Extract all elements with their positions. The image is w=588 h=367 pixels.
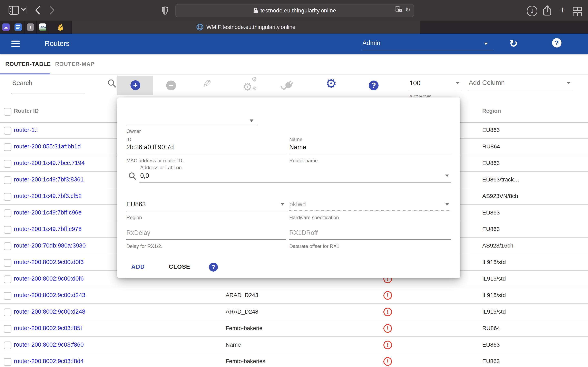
pinned-tab-docs[interactable] (12, 21, 25, 34)
new-tab-button[interactable]: + (558, 4, 567, 15)
add-button[interactable]: ADD (131, 263, 145, 270)
close-button[interactable]: CLOSE (169, 263, 190, 270)
row-checkbox[interactable] (4, 309, 11, 316)
rows-per-page-select[interactable]: 100 (409, 76, 461, 91)
active-browser-tab[interactable]: WMIF:testnode.eu.thingularity.online (72, 21, 420, 34)
privacy-shield-icon[interactable] (161, 6, 169, 15)
pinned-tab-info[interactable]: I (25, 21, 37, 34)
warning-icon[interactable]: ! (383, 357, 392, 366)
row-checkbox[interactable] (4, 127, 11, 134)
chevron-down-icon (456, 82, 459, 84)
back-button[interactable] (33, 5, 43, 15)
row-checkbox[interactable] (4, 275, 11, 283)
add-router-button[interactable]: + (117, 76, 153, 95)
downloads-button[interactable]: ↓ (527, 6, 537, 16)
search-input[interactable]: Search (12, 79, 32, 87)
id-field-input[interactable]: 2b:26:a0:ff:90:7d (126, 143, 174, 151)
edit-pencil-icon[interactable]: ✎ (203, 78, 212, 90)
chevron-down-icon[interactable] (445, 175, 449, 177)
router-id-link[interactable]: router-200:1c49:7bf3:8361 (14, 172, 84, 187)
chevron-down-icon[interactable] (250, 119, 253, 122)
row-checkbox[interactable] (4, 226, 11, 234)
tab-router-map[interactable]: ROUTER-MAP (55, 54, 95, 74)
row-checkbox[interactable] (4, 143, 11, 151)
add-column-label: Add Column (469, 79, 505, 86)
row-checkbox[interactable] (4, 209, 11, 217)
row-checkbox[interactable] (4, 242, 11, 250)
id-field-underline (126, 154, 286, 154)
router-id-link[interactable]: router-1:: (14, 122, 38, 138)
reload-icon[interactable]: ↻ (405, 6, 410, 13)
chevron-down-icon[interactable] (445, 203, 449, 206)
table-row: router-200:8002:9c00:d243 ARAD_D243 ! IL… (0, 287, 588, 304)
pinned-tab-icloud[interactable]: ☁ (0, 21, 12, 34)
name-field-input[interactable]: Name (289, 143, 306, 151)
address-field-underline (139, 183, 451, 183)
row-checkbox[interactable] (4, 176, 11, 184)
address-bar[interactable]: testnode.eu.thingularity.online A文 ↻ (175, 4, 414, 17)
router-id-link[interactable]: router-200:8002:9c00:d243 (14, 287, 85, 303)
router-region-cell: EU863 (482, 205, 500, 220)
warning-icon[interactable]: ! (383, 324, 392, 333)
router-id-link[interactable]: router-200:8002:9c00:d248 (14, 304, 85, 319)
pinned-tab-firebase[interactable] (49, 21, 72, 34)
pinned-tab-usda[interactable]: USDA (37, 21, 49, 34)
translate-icon[interactable]: A文 (395, 6, 402, 13)
tab-overview-button[interactable] (573, 7, 581, 16)
router-id-link[interactable]: router-200:1c49:7bcc:7194 (14, 155, 85, 171)
rx1droff-field-input[interactable]: RX1DRoff (289, 229, 318, 236)
router-id-link[interactable]: router-200:70db:980a:3930 (14, 238, 86, 253)
router-region-cell: EU863 (482, 337, 500, 352)
account-select[interactable]: Admin (362, 38, 493, 50)
warning-icon[interactable]: ! (383, 341, 392, 349)
row-checkbox[interactable] (4, 292, 11, 300)
router-id-link[interactable]: router-200:1c49:7bf3:cf52 (14, 188, 82, 204)
router-id-link[interactable]: router-200:8002:9c03:f860 (14, 337, 84, 352)
row-checkbox[interactable] (4, 358, 11, 366)
router-region-cell: EU863 (482, 122, 500, 138)
toolbar-help-button[interactable]: ? (369, 81, 379, 90)
share-button[interactable] (543, 5, 552, 16)
region-select-value[interactable]: EU863 (126, 201, 146, 208)
warning-icon[interactable]: ! (383, 291, 392, 300)
router-id-link[interactable]: router-200:1c49:7bff:c978 (14, 221, 82, 237)
warning-icon[interactable]: ! (383, 308, 392, 316)
region-select-label: Region (126, 215, 142, 220)
row-checkbox[interactable] (4, 342, 11, 349)
chevron-down-icon[interactable] (281, 203, 285, 206)
remove-router-button[interactable]: − (166, 81, 176, 90)
row-checkbox[interactable] (4, 259, 11, 267)
row-checkbox[interactable] (4, 325, 11, 333)
rxdelay-field-input[interactable]: RxDelay (126, 229, 150, 236)
tab-router-table[interactable]: ROUTER-TABLE (5, 54, 51, 74)
sidebar-chevron-down-icon[interactable] (21, 8, 26, 11)
dialog-help-button[interactable]: ? (209, 263, 218, 272)
plus-circle-icon: + (130, 80, 140, 90)
router-id-link[interactable]: router-200:1c49:7bff:c96e (14, 205, 82, 220)
header-help-button[interactable]: ? (552, 38, 562, 48)
hardware-select-placeholder[interactable]: pkfwd (289, 201, 306, 208)
router-id-link[interactable]: router-200:8002:9c03:f8d4 (14, 353, 84, 367)
row-checkbox[interactable] (4, 193, 11, 201)
router-region-cell: EU863/track… (482, 172, 519, 187)
hardware-select-underline (289, 210, 451, 211)
select-all-checkbox[interactable] (4, 108, 11, 116)
table-row: router-200:8002:9c03:f860 Name ! EU863 (0, 337, 588, 353)
add-column-select[interactable]: Add Column (468, 76, 572, 91)
router-id-link[interactable]: router-200:8002:9c03:f85f (14, 320, 82, 336)
rxdelay-field-hint: Delay for RX1/2. (126, 243, 162, 249)
router-id-link[interactable]: router-200:8002:9c00:d0f6 (14, 271, 84, 286)
router-region-cell: EU863 (482, 221, 500, 237)
router-region-cell: IL915/std (482, 271, 506, 286)
forward-button[interactable] (47, 5, 57, 15)
address-field-input[interactable]: 0,0 (140, 172, 149, 179)
connector-plug-icon[interactable] (280, 78, 295, 94)
refresh-button[interactable]: ↻ (509, 38, 518, 50)
router-id-link[interactable]: router-200:8002:9c00:d0f3 (14, 254, 84, 270)
router-id-link[interactable]: router-200:855:31af:bb1d (14, 139, 81, 154)
configure-gears-icon[interactable]: ⚙⚙⚙ (242, 77, 259, 93)
row-checkbox[interactable] (4, 160, 11, 167)
sidebar-toggle-icon[interactable] (8, 5, 20, 15)
settings-gear-icon[interactable]: ⚙ (325, 76, 337, 91)
menu-hamburger-icon[interactable] (11, 41, 20, 47)
